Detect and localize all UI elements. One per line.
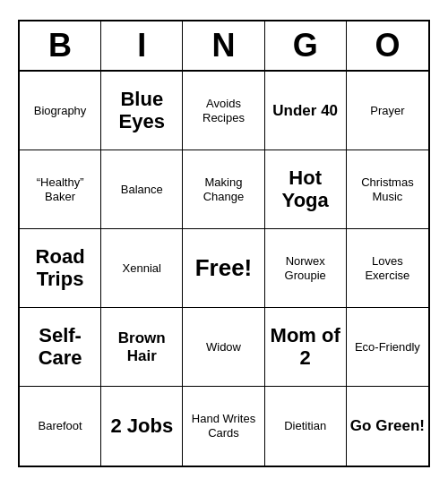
bingo-cell-17: Widow — [183, 308, 264, 387]
bingo-header: BINGO — [20, 21, 428, 72]
bingo-cell-4: Prayer — [347, 72, 428, 150]
bingo-cell-3: Under 40 — [265, 72, 347, 150]
bingo-letter-g: G — [265, 21, 347, 70]
bingo-cell-22: Hand Writes Cards — [183, 387, 264, 466]
bingo-letter-o: O — [347, 21, 428, 70]
bingo-cell-10: Road Trips — [20, 229, 101, 308]
bingo-cell-16: Brown Hair — [101, 308, 183, 387]
bingo-cell-14: Loves Exercise — [347, 229, 428, 308]
bingo-cell-6: Balance — [101, 150, 183, 229]
bingo-cell-12: Free! — [183, 229, 264, 308]
bingo-cell-5: “Healthy” Baker — [20, 150, 101, 229]
bingo-grid: BiographyBlue EyesAvoids RecipesUnder 40… — [20, 72, 428, 466]
bingo-letter-n: N — [183, 21, 264, 70]
bingo-cell-21: 2 Jobs — [101, 387, 183, 466]
bingo-cell-23: Dietitian — [265, 387, 347, 466]
bingo-cell-7: Making Change — [183, 150, 264, 229]
bingo-cell-0: Biography — [20, 72, 101, 150]
bingo-cell-8: Hot Yoga — [265, 150, 347, 229]
bingo-cell-9: Christmas Music — [347, 150, 428, 229]
bingo-card: BINGO BiographyBlue EyesAvoids RecipesUn… — [18, 20, 430, 467]
bingo-cell-2: Avoids Recipes — [183, 72, 264, 150]
bingo-cell-19: Eco-Friendly — [347, 308, 428, 387]
bingo-cell-24: Go Green! — [347, 387, 428, 466]
bingo-letter-b: B — [20, 21, 101, 70]
bingo-cell-18: Mom of 2 — [265, 308, 347, 387]
bingo-cell-20: Barefoot — [20, 387, 101, 466]
bingo-cell-11: Xennial — [101, 229, 183, 308]
bingo-cell-1: Blue Eyes — [101, 72, 183, 150]
bingo-cell-15: Self-Care — [20, 308, 101, 387]
bingo-letter-i: I — [101, 21, 183, 70]
bingo-cell-13: Norwex Groupie — [265, 229, 347, 308]
